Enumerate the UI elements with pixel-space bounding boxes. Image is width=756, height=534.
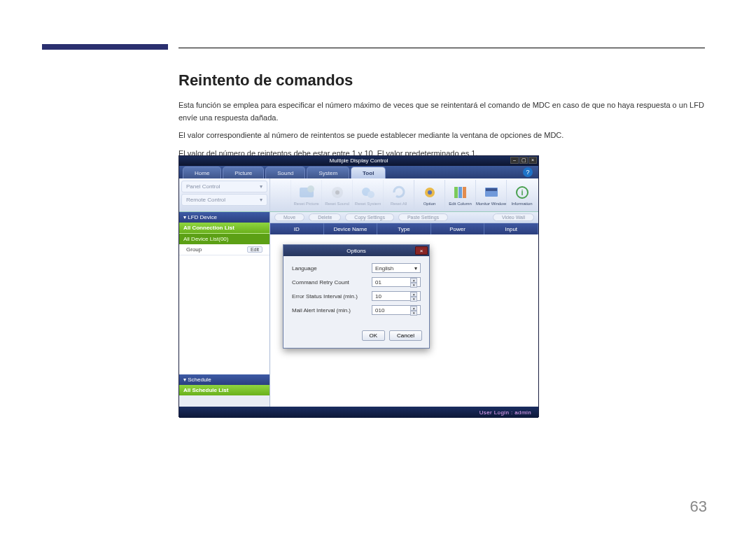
page-title: Reintento de comandos [178, 71, 705, 90]
tool-reset-system-label: Reset System [355, 202, 381, 206]
nav-all-device-list[interactable]: All Device List(00) [179, 233, 270, 244]
window-title: Multiple Display Control [329, 157, 388, 164]
window-maximize-button[interactable]: ▢ [519, 157, 528, 164]
mail-alert-interval-value: 010 [375, 307, 384, 314]
tool-reset-system[interactable]: Reset System [352, 180, 383, 211]
spinner-up-icon[interactable]: ▴ [410, 278, 417, 283]
tab-sound[interactable]: Sound [265, 167, 305, 178]
side-panel-control-label: Panel Control [186, 183, 220, 190]
window-close-button[interactable]: × [528, 157, 537, 164]
dialog-ok-button[interactable]: OK [362, 330, 386, 341]
reset-all-icon [391, 185, 407, 200]
pill-delete[interactable]: Delete [309, 213, 341, 221]
dialog-close-button[interactable]: × [415, 246, 428, 255]
pill-video-wall[interactable]: Video Wall [493, 213, 534, 221]
chevron-down-icon: ▾ [414, 265, 417, 272]
tab-home[interactable]: Home [183, 167, 221, 178]
language-select[interactable]: English ▾ [372, 263, 421, 273]
svg-rect-9 [458, 187, 462, 198]
svg-text:i: i [521, 188, 523, 197]
side-panel-control[interactable]: Panel Control ▾ [181, 181, 267, 192]
spinner-down-icon[interactable]: ▾ [410, 311, 417, 316]
pill-copy-settings[interactable]: Copy Settings [345, 213, 394, 221]
col-input[interactable]: Input [484, 223, 538, 234]
tool-edit-column[interactable]: Edit Column [444, 180, 475, 211]
dialog-cancel-button[interactable]: Cancel [389, 330, 422, 341]
col-device-name[interactable]: Device Name [324, 223, 378, 234]
error-status-interval-value: 10 [375, 293, 382, 300]
svg-rect-8 [454, 187, 458, 198]
spinner-down-icon[interactable]: ▾ [410, 297, 417, 302]
tool-reset-picture-label: Reset Picture [293, 202, 318, 206]
monitor-icon [483, 185, 500, 200]
device-table-header: ID Device Name Type Power Input [270, 223, 538, 234]
tool-reset-all-label: Reset All [391, 202, 407, 206]
tool-option[interactable]: Option [414, 180, 444, 211]
doc-header-accent [42, 44, 168, 50]
svg-point-3 [335, 190, 340, 195]
options-dialog-title: Options [346, 248, 366, 254]
svg-point-1 [307, 185, 314, 192]
tool-information[interactable]: i Information [506, 180, 537, 211]
tool-reset-picture[interactable]: Reset Picture [290, 180, 321, 211]
status-bar: User Login : admin [179, 407, 538, 418]
main-tabs: Home Picture Sound System Tool ? [179, 166, 538, 178]
spinner-up-icon[interactable]: ▴ [410, 306, 417, 311]
tab-tool[interactable]: Tool [351, 167, 386, 178]
columns-icon [452, 185, 469, 200]
tab-picture[interactable]: Picture [223, 167, 264, 178]
nav-group-label: Group [186, 246, 202, 253]
error-status-interval-spinner[interactable]: 10 ▴▾ [372, 291, 421, 301]
spinner-up-icon[interactable]: ▴ [410, 292, 417, 297]
nav-schedule[interactable]: ▾ Schedule [179, 374, 270, 385]
side-remote-control[interactable]: Remote Control ▾ [181, 194, 267, 206]
gear-icon [421, 185, 438, 200]
page-number: 63 [690, 498, 707, 516]
pill-paste-settings[interactable]: Paste Settings [398, 213, 448, 221]
nav-all-schedule-list[interactable]: All Schedule List [179, 385, 270, 395]
nav-schedule-label: Schedule [188, 377, 211, 383]
nav-all-connection-list[interactable]: All Connection List [179, 223, 270, 233]
tab-system[interactable]: System [307, 167, 349, 178]
nav-lfd-device-label: LFD Device [188, 214, 217, 220]
tool-option-label: Option [424, 202, 436, 206]
tool-reset-sound-label: Reset Sound [325, 202, 349, 206]
window-titlebar: Multiple Display Control – ▢ × [179, 156, 538, 166]
tool-reset-all[interactable]: Reset All [383, 180, 414, 211]
command-retry-count-label: Command Retry Count [292, 279, 349, 286]
col-type[interactable]: Type [377, 223, 431, 234]
help-button[interactable]: ? [523, 167, 533, 177]
pill-move[interactable]: Move [274, 213, 304, 221]
reset-sound-icon [329, 185, 346, 200]
group-edit-button[interactable]: Edit [247, 246, 262, 253]
side-remote-control-label: Remote Control [186, 197, 225, 203]
language-value: English [375, 265, 393, 272]
info-icon: i [514, 185, 531, 200]
tool-monitor-window[interactable]: Monitor Window [475, 180, 506, 211]
tool-reset-sound[interactable]: Reset Sound [321, 180, 352, 211]
nav-empty-area [179, 255, 270, 374]
reset-picture-icon [298, 185, 315, 200]
nav-group-row[interactable]: Group Edit [179, 244, 270, 255]
options-dialog-titlebar: Options × [284, 245, 429, 256]
window-minimize-button[interactable]: – [510, 157, 519, 164]
col-power[interactable]: Power [431, 223, 485, 234]
paragraph-1: Esta función se emplea para especificar … [178, 99, 705, 124]
nav-lfd-device[interactable]: ▾ LFD Device [179, 212, 270, 223]
error-status-interval-label: Error Status Interval (min.) [292, 293, 358, 300]
svg-point-7 [428, 190, 432, 195]
spinner-down-icon[interactable]: ▾ [410, 283, 417, 288]
language-label: Language [292, 265, 317, 272]
mdc-app-window: Multiple Display Control – ▢ × Home Pict… [178, 155, 539, 417]
chevron-down-icon: ▾ [260, 197, 262, 203]
tool-monitor-window-label: Monitor Window [476, 202, 506, 206]
command-retry-count-value: 01 [375, 279, 382, 286]
tool-edit-column-label: Edit Column [449, 202, 472, 206]
tool-information-label: Information [511, 202, 532, 206]
mail-alert-interval-spinner[interactable]: 010 ▴▾ [372, 305, 421, 315]
doc-header-rule [178, 48, 705, 48]
options-dialog: Options × Language English ▾ Command Ret… [283, 244, 430, 349]
paragraph-2: El valor correspondiente al número de re… [178, 129, 705, 142]
col-id[interactable]: ID [270, 223, 324, 234]
command-retry-count-spinner[interactable]: 01 ▴▾ [372, 277, 421, 287]
